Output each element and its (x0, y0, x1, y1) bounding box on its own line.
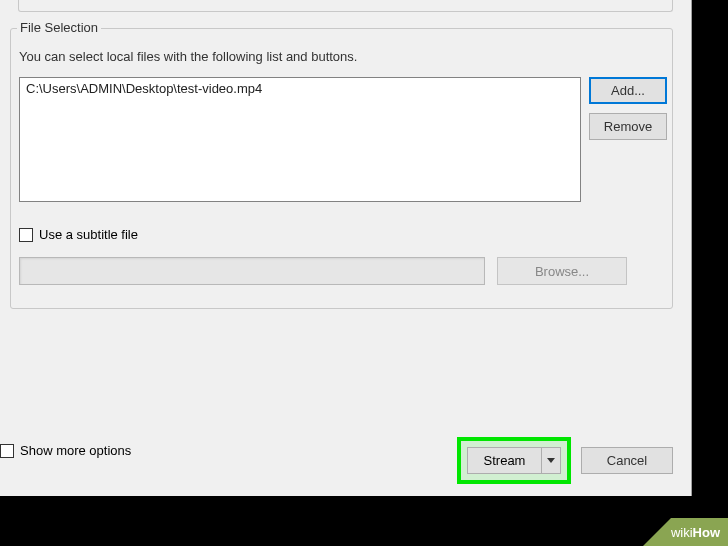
dialog-action-buttons: Stream Cancel (457, 437, 673, 484)
wikihow-watermark: wikiHow (643, 518, 728, 546)
file-selection-description: You can select local files with the foll… (19, 49, 357, 64)
show-more-checkbox[interactable] (0, 444, 14, 458)
chevron-down-icon (547, 458, 555, 463)
add-button[interactable]: Add... (589, 77, 667, 104)
stream-dropdown-button[interactable] (542, 448, 560, 473)
open-media-dialog: File Selection You can select local file… (0, 0, 692, 496)
file-list[interactable]: C:\Users\ADMIN\Desktop\test-video.mp4 (19, 77, 581, 202)
watermark-box: wikiHow (671, 518, 728, 546)
subtitle-checkbox-label: Use a subtitle file (39, 227, 138, 242)
annotation-highlight: Stream (457, 437, 571, 484)
file-selection-group: File Selection You can select local file… (10, 28, 673, 309)
subtitle-checkbox-row: Use a subtitle file (19, 227, 138, 242)
browse-button: Browse... (497, 257, 627, 285)
file-list-item[interactable]: C:\Users\ADMIN\Desktop\test-video.mp4 (26, 81, 574, 96)
file-selection-title: File Selection (17, 20, 101, 35)
tab-panel-edge (18, 0, 673, 12)
subtitle-path-input (19, 257, 485, 285)
browse-button-label: Browse... (535, 264, 589, 279)
stream-button-label: Stream (484, 453, 526, 468)
subtitle-checkbox[interactable] (19, 228, 33, 242)
remove-button[interactable]: Remove (589, 113, 667, 140)
cancel-button[interactable]: Cancel (581, 447, 673, 474)
show-more-options-row: Show more options (0, 443, 131, 458)
remove-button-label: Remove (604, 119, 652, 134)
watermark-triangle (643, 518, 671, 546)
cancel-button-label: Cancel (607, 453, 647, 468)
show-more-label: Show more options (20, 443, 131, 458)
stream-split-button[interactable]: Stream (467, 447, 561, 474)
add-button-label: Add... (611, 83, 645, 98)
watermark-text: wikiHow (671, 524, 720, 541)
stream-button[interactable]: Stream (468, 448, 542, 473)
